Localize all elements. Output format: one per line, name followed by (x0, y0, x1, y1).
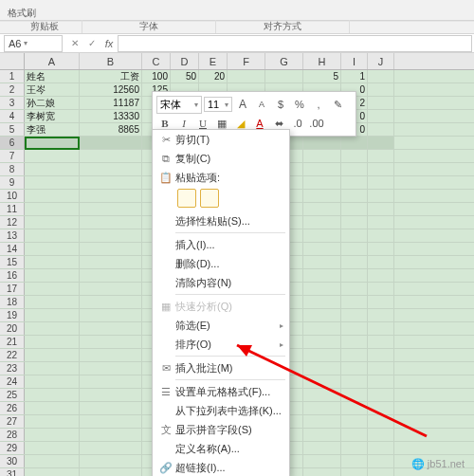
row-header-12[interactable]: 12 (0, 216, 25, 229)
cell-I26[interactable] (341, 402, 368, 414)
cell-I22[interactable] (341, 349, 368, 361)
row-header-4[interactable]: 4 (0, 110, 25, 122)
cell-J20[interactable] (368, 322, 394, 335)
cell-J26[interactable] (368, 402, 394, 414)
cell-J21[interactable] (368, 336, 394, 348)
cell-B22[interactable] (80, 349, 142, 361)
cell-H8[interactable] (303, 163, 341, 175)
cell-J19[interactable] (368, 309, 394, 321)
cell-I16[interactable] (341, 269, 368, 282)
col-header-I[interactable]: I (341, 53, 368, 69)
cell-I14[interactable] (341, 243, 368, 255)
col-header-F[interactable]: F (228, 53, 265, 69)
cell-I20[interactable] (341, 322, 368, 335)
cell-H25[interactable] (303, 389, 341, 401)
cell-H27[interactable] (303, 415, 341, 428)
paste-option-2[interactable] (200, 189, 219, 208)
cell-J7[interactable] (368, 150, 394, 162)
cell-B29[interactable] (80, 442, 142, 454)
cell-A9[interactable] (25, 176, 80, 189)
cell-A31[interactable] (25, 468, 80, 476)
cell-I1[interactable]: 1 (341, 70, 368, 82)
cell-I10[interactable] (341, 190, 368, 202)
row-header-27[interactable]: 27 (0, 415, 25, 428)
cancel-icon[interactable]: ✕ (66, 38, 83, 48)
cell-B2[interactable]: 12560 (80, 83, 142, 96)
cell-H14[interactable] (303, 243, 341, 255)
cell-J23[interactable] (368, 362, 394, 375)
cell-I12[interactable] (341, 216, 368, 229)
cell-B16[interactable] (80, 269, 142, 282)
cell-J17[interactable] (368, 283, 394, 295)
col-header-H[interactable]: H (303, 53, 341, 69)
comma-format-icon[interactable]: , (310, 96, 327, 113)
cell-A21[interactable] (25, 336, 80, 348)
cell-A12[interactable] (25, 216, 80, 229)
cell-B14[interactable] (80, 243, 142, 255)
row-header-9[interactable]: 9 (0, 176, 25, 189)
format-painter-icon[interactable]: ✎ (329, 96, 346, 113)
cell-J15[interactable] (368, 256, 394, 268)
cell-J29[interactable] (368, 442, 394, 454)
menu-filter[interactable]: 筛选(E)▸ (153, 316, 289, 335)
menu-show-phonetic[interactable]: 文显示拼音字段(S) (153, 420, 289, 439)
cell-I27[interactable] (341, 415, 368, 428)
cell-J9[interactable] (368, 176, 394, 189)
cell-B18[interactable] (80, 296, 142, 308)
menu-copy[interactable]: ⧉复制(C) (153, 149, 289, 168)
cell-B28[interactable] (80, 429, 142, 441)
row-header-7[interactable]: 7 (0, 150, 25, 162)
cell-B7[interactable] (80, 150, 142, 162)
cell-B8[interactable] (80, 163, 142, 175)
menu-insert-comment[interactable]: ✉插入批注(M) (153, 358, 289, 377)
cell-I23[interactable] (341, 362, 368, 375)
cell-J27[interactable] (368, 415, 394, 428)
cell-H28[interactable] (303, 429, 341, 441)
col-header-E[interactable]: E (199, 53, 228, 69)
cell-A22[interactable] (25, 349, 80, 361)
cell-A27[interactable] (25, 415, 80, 428)
cell-B25[interactable] (80, 389, 142, 401)
row-1[interactable]: 1姓名工资100502051 (0, 70, 474, 83)
cell-I28[interactable] (341, 429, 368, 441)
cell-H22[interactable] (303, 349, 341, 361)
cell-B17[interactable] (80, 283, 142, 295)
cell-A13[interactable] (25, 229, 80, 242)
cell-H7[interactable] (303, 150, 341, 162)
cell-J18[interactable] (368, 296, 394, 308)
cell-A2[interactable]: 王岑 (25, 83, 80, 96)
cell-B10[interactable] (80, 190, 142, 202)
cell-B13[interactable] (80, 229, 142, 242)
cell-I21[interactable] (341, 336, 368, 348)
cell-A25[interactable] (25, 389, 80, 401)
cell-D1[interactable]: 50 (171, 70, 199, 82)
accounting-format-icon[interactable]: $ (272, 96, 289, 113)
select-all-triangle[interactable] (0, 53, 25, 69)
col-header-A[interactable]: A (25, 53, 80, 69)
row-header-24[interactable]: 24 (0, 375, 25, 388)
cell-B19[interactable] (80, 309, 142, 321)
row-header-29[interactable]: 29 (0, 442, 25, 454)
cell-H11[interactable] (303, 203, 341, 215)
row-header-14[interactable]: 14 (0, 243, 25, 255)
row-header-13[interactable]: 13 (0, 229, 25, 242)
cell-A7[interactable] (25, 150, 80, 162)
cell-H21[interactable] (303, 336, 341, 348)
row-header-18[interactable]: 18 (0, 296, 25, 308)
cell-B23[interactable] (80, 362, 142, 375)
row-header-1[interactable]: 1 (0, 70, 25, 82)
cell-A17[interactable] (25, 283, 80, 295)
cell-A26[interactable] (25, 402, 80, 414)
cell-J5[interactable] (368, 123, 394, 136)
cell-A18[interactable] (25, 296, 80, 308)
cell-J12[interactable] (368, 216, 394, 229)
cell-I15[interactable] (341, 256, 368, 268)
row-header-6[interactable]: 6 (0, 137, 25, 149)
cell-A3[interactable]: 孙二娘 (25, 97, 80, 109)
cell-I24[interactable] (341, 375, 368, 388)
row-header-10[interactable]: 10 (0, 190, 25, 202)
menu-paste-special[interactable]: 选择性粘贴(S)... (153, 211, 289, 230)
cell-B27[interactable] (80, 415, 142, 428)
font-size-combo[interactable]: 11▾ (204, 97, 232, 112)
cell-B3[interactable]: 11187 (80, 97, 142, 109)
